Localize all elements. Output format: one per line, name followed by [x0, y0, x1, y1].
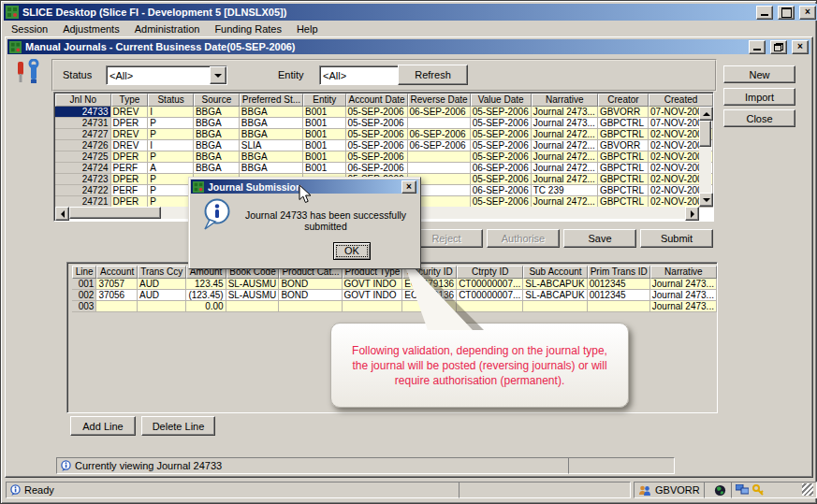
- grid-cell[interactable]: 24725: [55, 151, 111, 163]
- grid-cell[interactable]: BBGA: [194, 140, 240, 151]
- grid-cell[interactable]: 05-SEP-2006: [346, 129, 408, 140]
- grid-cell[interactable]: A: [148, 163, 194, 174]
- minimize-button[interactable]: [756, 6, 773, 20]
- grid-cell[interactable]: BBGA: [194, 163, 240, 174]
- grid-cell[interactable]: Journal 2473...: [650, 301, 717, 312]
- grid-cell[interactable]: 05-SEP-2006: [471, 140, 532, 151]
- vertical-scrollbar[interactable]: [699, 107, 711, 207]
- scroll-down-button[interactable]: [699, 193, 713, 207]
- grid-cell[interactable]: 0012345: [588, 279, 650, 290]
- grid-cell[interactable]: GBPCTRL: [598, 118, 649, 129]
- grid-cell[interactable]: 06-SEP-2006: [408, 129, 471, 140]
- grid-cell[interactable]: DREV: [111, 107, 149, 118]
- status-combo-button[interactable]: [210, 66, 226, 84]
- grid-cell[interactable]: 24722: [55, 185, 111, 196]
- grid-cell[interactable]: GBPCTRL: [598, 151, 649, 163]
- column-header[interactable]: Trans Ccy: [138, 266, 186, 279]
- grid-cell[interactable]: Journal 2472...: [532, 151, 598, 163]
- grid-cell[interactable]: B001: [303, 129, 345, 140]
- grid-cell[interactable]: GBPCTRL: [598, 185, 649, 196]
- child-close-button[interactable]: ×: [792, 40, 809, 54]
- grid-cell[interactable]: [138, 301, 186, 312]
- grid-cell[interactable]: 37056: [96, 290, 138, 301]
- column-header[interactable]: Reverse Date: [408, 94, 471, 107]
- grid-cell[interactable]: BBGA: [194, 107, 240, 118]
- grid-cell[interactable]: TC 239: [532, 185, 598, 196]
- grid-cell[interactable]: SLIA: [240, 140, 303, 151]
- grid-cell[interactable]: 002: [72, 290, 96, 301]
- grid-cell[interactable]: DPER: [111, 174, 149, 185]
- grid-cell[interactable]: GBPCTRL: [598, 129, 649, 140]
- grid-cell[interactable]: GBVORR: [598, 107, 649, 118]
- grid-cell[interactable]: 003: [72, 301, 96, 312]
- grid-cell[interactable]: B001: [303, 151, 345, 163]
- grid-cell[interactable]: PERF: [111, 163, 149, 174]
- column-header[interactable]: Preferred St...: [240, 94, 303, 107]
- grid-cell[interactable]: [408, 118, 471, 129]
- child-minimize-button[interactable]: [749, 40, 766, 54]
- grid-cell[interactable]: BBGA: [240, 107, 303, 118]
- grid-cell[interactable]: 06-SEP-2006: [346, 163, 408, 174]
- grid-cell[interactable]: Journal 2473...: [532, 118, 598, 129]
- grid-cell[interactable]: (123.45): [186, 290, 226, 301]
- grid-cell[interactable]: B001: [303, 118, 345, 129]
- ok-button[interactable]: OK: [333, 242, 371, 260]
- grid-cell[interactable]: P: [148, 185, 194, 196]
- scroll-left-button[interactable]: [55, 207, 69, 221]
- add-line-button[interactable]: Add Line: [70, 416, 136, 436]
- grid-cell[interactable]: GBPCTRL: [598, 174, 649, 185]
- grid-cell[interactable]: 05-SEP-2006: [471, 151, 532, 163]
- grid-cell[interactable]: 05-SEP-2006: [471, 118, 532, 129]
- grid-cell[interactable]: 24731: [55, 118, 111, 129]
- grid-cell[interactable]: I: [148, 107, 194, 118]
- grid-cell[interactable]: 05-SEP-2006: [346, 118, 408, 129]
- grid-cell[interactable]: DREV: [111, 140, 149, 151]
- grid-cell[interactable]: 05-SEP-2006: [346, 140, 408, 151]
- grid-cell[interactable]: 06-SEP-2006: [471, 163, 532, 174]
- grid-cell[interactable]: 06-SEP-2006: [471, 185, 532, 196]
- save-button[interactable]: Save: [563, 229, 636, 248]
- grid-cell[interactable]: 05-SEP-2006: [471, 129, 532, 140]
- delete-line-button[interactable]: Delete Line: [141, 416, 215, 436]
- grid-cell[interactable]: [408, 163, 471, 174]
- grid-cell[interactable]: P: [148, 151, 194, 163]
- column-header[interactable]: Source: [194, 94, 240, 107]
- grid-cell[interactable]: BBGA: [240, 129, 303, 140]
- grid-cell[interactable]: SL-ABCAPUK: [523, 290, 587, 301]
- grid-cell[interactable]: BBGA: [194, 151, 240, 163]
- grid-cell[interactable]: BBGA: [194, 118, 240, 129]
- grid-cell[interactable]: PERF: [111, 185, 149, 196]
- grid-cell[interactable]: 24723: [55, 174, 111, 185]
- grid-cell[interactable]: SL-AUSMU: [226, 290, 280, 301]
- grid-cell[interactable]: DPER: [111, 118, 149, 129]
- refresh-button[interactable]: Refresh: [398, 65, 468, 85]
- column-header[interactable]: Type: [111, 94, 149, 107]
- grid-cell[interactable]: 24726: [55, 140, 111, 151]
- grid-cell[interactable]: Journal 2472...: [532, 174, 598, 185]
- grid-cell[interactable]: P: [148, 118, 194, 129]
- grid-cell[interactable]: BOND: [279, 279, 342, 290]
- column-header[interactable]: Account: [96, 266, 138, 279]
- column-header[interactable]: Created: [649, 94, 713, 107]
- grid-cell[interactable]: SL-ABCAPUK: [523, 279, 587, 290]
- child-restore-button[interactable]: [770, 40, 787, 54]
- column-header[interactable]: Entity: [303, 94, 345, 107]
- authorise-button[interactable]: Authorise: [487, 229, 560, 248]
- scrollbar-thumb[interactable]: [69, 207, 161, 219]
- grid-cell[interactable]: [523, 301, 587, 312]
- grid-cell[interactable]: I: [148, 140, 194, 151]
- grid-cell[interactable]: 24724: [55, 163, 111, 174]
- column-header[interactable]: Account Date: [346, 94, 408, 107]
- grid-cell[interactable]: [408, 151, 471, 163]
- close-button[interactable]: ×: [799, 6, 816, 20]
- column-header[interactable]: Narrative: [532, 94, 598, 107]
- column-header[interactable]: Jnl No: [55, 94, 111, 107]
- column-header[interactable]: Value Date: [471, 94, 532, 107]
- maximize-button[interactable]: [778, 6, 795, 20]
- grid-cell[interactable]: GBVORR: [598, 140, 649, 151]
- import-button[interactable]: Import: [723, 88, 795, 106]
- grid-cell[interactable]: 05-SEP-2006: [346, 107, 408, 118]
- grid-cell[interactable]: 123.45: [186, 279, 226, 290]
- column-header[interactable]: Creator: [598, 94, 649, 107]
- grid-cell[interactable]: Journal 2472...: [532, 140, 598, 151]
